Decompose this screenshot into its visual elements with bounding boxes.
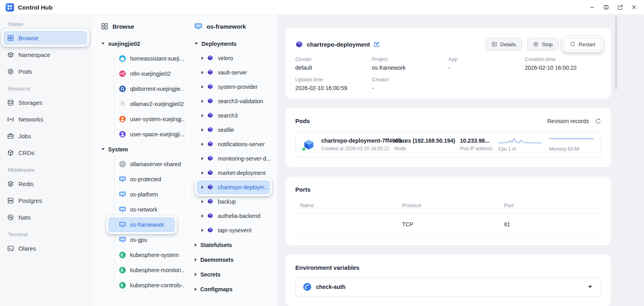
- deployment-title: chartrepo-deployment: [307, 41, 370, 48]
- tree-group-configmaps[interactable]: Configmaps: [184, 282, 277, 296]
- dep-item-velero[interactable]: velero: [197, 51, 270, 65]
- dep-item-system-provider[interactable]: system-provider: [197, 80, 270, 94]
- chevron-right-icon: [201, 214, 203, 218]
- sidebar-item-pods[interactable]: Pods: [3, 64, 87, 78]
- edit-icon[interactable]: [373, 41, 380, 47]
- deployment-detail-card: chartrepo-deployment Details Stop: [286, 28, 611, 98]
- user-space-icon: [119, 131, 126, 138]
- deployment-cube-icon: [207, 126, 214, 133]
- tree-group-system[interactable]: System: [91, 142, 184, 157]
- dep-item-authelia-backend[interactable]: authelia-backend: [197, 209, 270, 223]
- tree-item-os-framework[interactable]: os-framework: [108, 217, 175, 232]
- tree-item-kubesphere-controls[interactable]: kubesphere-controls-...: [115, 278, 184, 293]
- dep-item-search3[interactable]: search3: [197, 108, 270, 123]
- tree-group-label: xuejingjie02: [108, 41, 140, 47]
- sidebar-item-postgres[interactable]: Postgres: [3, 193, 87, 208]
- minimize-icon[interactable]: [589, 4, 596, 11]
- revision-records-link[interactable]: Revision records: [547, 118, 589, 124]
- pod-ip-value: 10.233.98...: [460, 137, 495, 144]
- maximize-icon[interactable]: [603, 4, 610, 11]
- tree-group-statefulsets[interactable]: Statefulsets: [184, 237, 277, 252]
- pod-node-label: Node: [395, 146, 456, 151]
- tree-item-qbittorrent[interactable]: qbittorrent-xuejingjie...: [115, 81, 184, 96]
- tree-group-deployments[interactable]: Deployments: [184, 36, 277, 51]
- tree-item-os-protected[interactable]: os-protected: [115, 172, 184, 187]
- deployment-cube-icon: [207, 98, 214, 105]
- dep-item-label: authelia-backend: [218, 213, 261, 219]
- tree-group-xuejingjie02[interactable]: xuejingjie02: [91, 36, 184, 51]
- tree-item-os-platform[interactable]: os-platform: [115, 187, 184, 202]
- details-button[interactable]: Details: [486, 38, 522, 51]
- tree-item-os-network[interactable]: os-network: [115, 202, 184, 217]
- sidebar-item-label: Namespace: [18, 51, 50, 58]
- scrollbar[interactable]: [615, 16, 617, 90]
- refresh-icon[interactable]: [595, 118, 601, 124]
- restart-button[interactable]: Restart: [564, 38, 601, 51]
- chevron-right-icon: [201, 57, 203, 60]
- deployment-cube-icon: [207, 69, 214, 76]
- tree-item-user-system[interactable]: user-system-xuejingj...: [115, 112, 184, 127]
- jobs-icon: [7, 133, 14, 139]
- sidebar-item-crds[interactable]: CRDs: [3, 145, 87, 160]
- sidebar-item-nats[interactable]: Nats: [3, 210, 87, 224]
- tree-item-ollamaserver-shared[interactable]: ollamaserver-shared: [115, 157, 184, 172]
- tree-item-kubesphere-monitoring[interactable]: kubesphere-monitori...: [115, 263, 184, 278]
- stop-icon: [533, 41, 539, 47]
- dep-item-label: system-provider: [218, 84, 258, 90]
- chevron-right-icon: [195, 288, 197, 291]
- env-item-check-auth[interactable]: check-auth: [295, 277, 601, 296]
- dep-item-label: chartrepo-deploym...: [218, 184, 269, 190]
- dep-item-monitoring-server[interactable]: monitoring-server-d...: [197, 151, 270, 166]
- sidebar-item-networks[interactable]: Networks: [3, 112, 87, 126]
- tree-item-user-space[interactable]: user-space-xuejingji...: [115, 127, 184, 142]
- tree-group-label: Statefulsets: [200, 242, 232, 248]
- tree-item-label: os-protected: [130, 176, 161, 182]
- tree-group-label: Configmaps: [200, 286, 233, 292]
- sidebar-item-redis[interactable]: Redis: [3, 177, 87, 191]
- close-icon[interactable]: [630, 4, 638, 11]
- deployment-cube-icon: [207, 155, 214, 162]
- tree-item-homeassistant[interactable]: homeassistant-xueji...: [115, 51, 184, 66]
- sidebar-item-jobs[interactable]: Jobs: [3, 129, 87, 143]
- dep-item-vault-server[interactable]: vault-server: [197, 65, 270, 80]
- stop-button[interactable]: Stop: [527, 38, 559, 51]
- networks-icon: [7, 116, 14, 123]
- sidebar-item-label: Storages: [18, 99, 42, 106]
- dep-item-label: market-deployment: [218, 170, 266, 176]
- pods-title: Pods: [295, 118, 310, 124]
- tree-group-secrets[interactable]: Secrets: [184, 267, 277, 282]
- chevron-down-icon[interactable]: [588, 286, 592, 288]
- sidebar-item-storages[interactable]: Storages: [3, 95, 87, 110]
- tree-group-daemonsets[interactable]: Daemonsets: [184, 252, 277, 267]
- browse-icon: [7, 35, 14, 41]
- tree-item-n8n[interactable]: n8n-xuejingjie02: [115, 66, 184, 81]
- dep-item-notifications-server[interactable]: notifications-server: [197, 137, 270, 151]
- dep-item-label: vault-server: [218, 69, 247, 76]
- dep-item-search3-validation[interactable]: search3-validation: [197, 94, 270, 108]
- tree-item-os-gpu[interactable]: os-gpu: [115, 232, 184, 247]
- open-external-icon[interactable]: [616, 4, 624, 11]
- deployment-cube-icon: [207, 227, 214, 234]
- kubesphere-icon: [119, 251, 126, 259]
- qbittorrent-icon: [119, 85, 126, 92]
- pod-node-value: olares (192.168.50.194): [395, 137, 456, 144]
- dep-item-tapr-sysevent[interactable]: tapr-sysevent: [197, 223, 270, 237]
- ports-column-name: Name: [295, 198, 397, 214]
- dep-item-market-deployment[interactable]: market-deployment: [197, 166, 270, 180]
- sidebar-section-terminal: Terminal: [8, 231, 87, 237]
- ports-column-protocol: Protocol: [397, 198, 500, 214]
- sidebar-item-namespace[interactable]: Namespace: [3, 47, 87, 62]
- dep-item-backup[interactable]: backup: [197, 194, 270, 209]
- tree-item-kubesphere-system[interactable]: kubesphere-system: [115, 247, 184, 263]
- pod-ip-label: Pod IP address: [460, 146, 495, 151]
- port-name-cell: [295, 214, 397, 235]
- tree-item-label: user-system-xuejingj...: [130, 116, 184, 122]
- dep-item-chartrepo-deployment[interactable]: chartrepo-deploym...: [197, 180, 270, 194]
- env-item-name: check-auth: [316, 284, 346, 290]
- sidebar-item-terminal-olares[interactable]: Olares: [3, 241, 87, 255]
- browse-panel-icon: [101, 23, 108, 30]
- pod-row[interactable]: chartrepo-deployment-7ff4965... Created …: [295, 131, 601, 157]
- tree-item-ollamav2[interactable]: ollamav2-xuejingjie02: [115, 96, 184, 112]
- sidebar-item-browse[interactable]: Browse: [3, 31, 87, 45]
- dep-item-seafile[interactable]: seafile: [197, 123, 270, 137]
